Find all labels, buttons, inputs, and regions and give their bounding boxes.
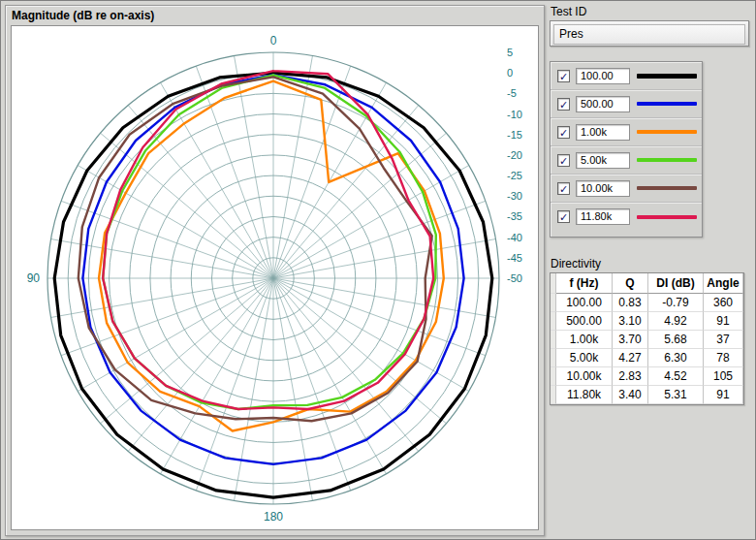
table-cell: 0.83 <box>613 294 648 312</box>
directivity-label: Directivity <box>551 257 601 270</box>
table-header-cell: f (Hz) <box>556 273 613 294</box>
table-row: 500.003.104.9291 <box>551 312 743 331</box>
table-cell: 3.10 <box>613 312 648 331</box>
table-cell: 5.68 <box>648 331 704 349</box>
table-cell: 37 <box>704 331 743 349</box>
legend-frequency-value[interactable]: 1.00k <box>576 124 630 141</box>
radial-scale-label: -30 <box>507 190 522 202</box>
radial-scale-label: -5 <box>507 87 517 99</box>
legend-frequency-value[interactable]: 11.80k <box>576 208 630 225</box>
table-header-cell: DI (dB) <box>648 273 704 294</box>
table-cell: 11.80k <box>556 386 613 404</box>
legend-row: ✓10.00k <box>551 175 702 203</box>
magnitude-plot-panel: Magnitude (dB re on-axis) 50-5-10-15-20-… <box>5 5 545 536</box>
table-cell: 3.70 <box>613 331 648 349</box>
table-row: 100.000.83-0.79360 <box>551 294 743 312</box>
table-cell: 4.27 <box>613 349 648 367</box>
table-cell: 360 <box>704 294 743 312</box>
table-cell: 5.00k <box>556 349 613 367</box>
legend-frequency-value[interactable]: 10.00k <box>576 180 630 197</box>
table-header-cell: Angle <box>704 273 743 294</box>
directivity-table: f (Hz)QDI (dB)Angle100.000.83-0.79360500… <box>550 272 744 405</box>
legend-row: ✓11.80k <box>551 203 702 231</box>
table-cell: 78 <box>704 349 743 367</box>
radial-scale-label: -40 <box>507 232 522 243</box>
legend-row: ✓500.00 <box>551 90 702 118</box>
legend-checkbox[interactable]: ✓ <box>557 70 570 82</box>
table-cell: 5.31 <box>648 386 704 404</box>
test-id-field[interactable]: Pres <box>550 20 749 47</box>
table-cell: 105 <box>704 367 743 386</box>
table-cell: 91 <box>704 386 743 404</box>
radial-scale-label: -20 <box>507 149 522 161</box>
table-cell: -0.79 <box>648 294 704 312</box>
table-header-cell: Q <box>613 273 648 294</box>
polar-chart: 50-5-10-15-20-25-30-35-40-45-50090180 <box>12 26 538 529</box>
legend-frequency-value[interactable]: 100.00 <box>576 68 630 84</box>
plot-title: Magnitude (dB re on-axis) <box>12 9 154 22</box>
legend-checkbox[interactable]: ✓ <box>557 126 570 139</box>
table-cell: 6.30 <box>648 349 704 367</box>
legend-checkbox[interactable]: ✓ <box>557 210 570 223</box>
table-cell: 10.00k <box>556 367 613 386</box>
radial-scale-label: -10 <box>507 109 522 120</box>
table-row: 1.00k3.705.6837 <box>551 331 743 349</box>
legend-panel: ✓100.00✓500.00✓1.00k✓5.00k✓10.00k✓11.80k <box>550 61 703 238</box>
radial-scale-label: -35 <box>507 210 522 222</box>
table-row: 11.80k3.405.3191 <box>551 386 743 404</box>
polar-plot-area: 50-5-10-15-20-25-30-35-40-45-50090180 <box>11 25 539 530</box>
legend-line-sample <box>637 130 697 134</box>
legend-line-sample <box>637 102 697 106</box>
table-cell: 1.00k <box>556 331 613 349</box>
legend-line-sample <box>637 186 697 190</box>
table-cell: 2.83 <box>613 367 648 386</box>
table-cell: 100.00 <box>556 294 613 312</box>
app-window: Magnitude (dB re on-axis) 50-5-10-15-20-… <box>0 0 756 540</box>
legend-checkbox[interactable]: ✓ <box>557 182 570 195</box>
radial-scale-label: -50 <box>507 272 522 284</box>
legend-row: ✓1.00k <box>551 118 702 146</box>
table-cell: 4.92 <box>648 312 704 331</box>
radial-scale-label: -45 <box>507 252 522 264</box>
table-row: 5.00k4.276.3078 <box>551 349 743 367</box>
legend-checkbox[interactable]: ✓ <box>557 98 570 111</box>
angle-label: 180 <box>264 510 283 524</box>
legend-row: ✓5.00k <box>551 146 702 175</box>
table-cell: 4.52 <box>648 367 704 386</box>
test-id-value[interactable]: Pres <box>553 24 745 45</box>
radial-scale-label: -15 <box>507 129 522 141</box>
series-1.00k <box>99 81 444 431</box>
legend-line-sample <box>637 215 697 219</box>
legend-line-sample <box>637 74 697 79</box>
legend-line-sample <box>637 158 697 162</box>
series-11.80k <box>103 71 433 409</box>
test-id-label: Test ID <box>551 5 586 18</box>
radial-scale-label: 5 <box>507 47 513 58</box>
legend-frequency-value[interactable]: 5.00k <box>576 152 630 169</box>
table-header-row: f (Hz)QDI (dB)Angle <box>551 273 743 294</box>
radial-scale-label: -25 <box>507 170 522 181</box>
table-cell: 3.40 <box>613 386 648 404</box>
legend-checkbox[interactable]: ✓ <box>557 154 570 167</box>
table-cell: 91 <box>704 312 743 331</box>
angle-label: 0 <box>270 34 277 48</box>
legend-row: ✓100.00 <box>551 62 702 90</box>
legend-frequency-value[interactable]: 500.00 <box>576 96 630 112</box>
table-cell: 500.00 <box>556 312 613 331</box>
table-row: 10.00k2.834.52105 <box>551 367 743 386</box>
radial-scale-label: 0 <box>507 67 513 79</box>
angle-label: 90 <box>27 271 41 285</box>
